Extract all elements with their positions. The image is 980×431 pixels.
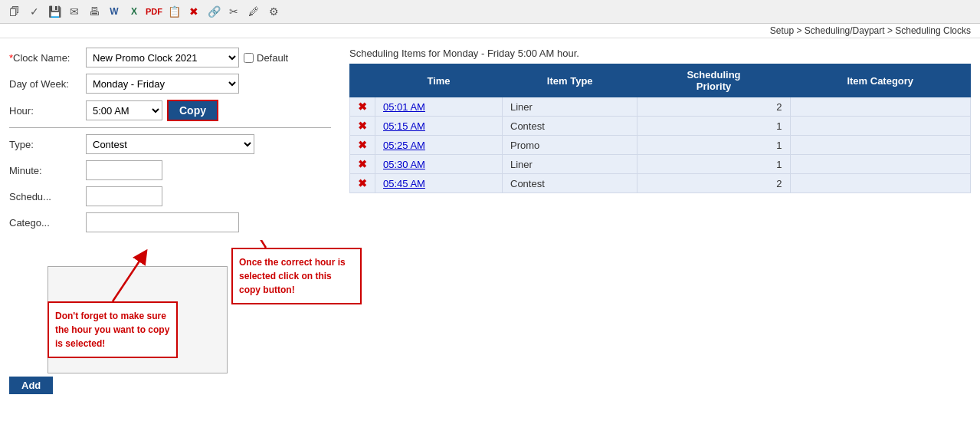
hour-label: Hour: — [9, 105, 86, 117]
table-row: ✖05:45 AMContest2 — [350, 174, 971, 193]
priority-cell: 2 — [637, 97, 790, 117]
print-icon[interactable]: 🖶 — [86, 3, 103, 20]
col-header-item-type: Item Type — [503, 64, 637, 97]
item-type-cell: Liner — [503, 97, 637, 117]
clock-name-label: *Clock Name: — [9, 52, 86, 64]
delete-row-button[interactable]: ✖ — [358, 139, 367, 151]
save-icon[interactable]: 💾 — [46, 3, 63, 20]
category-input[interactable] — [86, 212, 239, 232]
minute-input[interactable] — [86, 160, 162, 180]
clock-name-select[interactable]: New Promo Clock 2021 — [86, 48, 239, 67]
scheduling-priority-input[interactable] — [86, 186, 162, 206]
item-type-cell: Contest — [503, 174, 637, 193]
left-panel: *Clock Name: New Promo Clock 2021 Defaul… — [9, 48, 331, 393]
type-select[interactable]: Contest — [86, 134, 254, 154]
day-of-week-label: Day of Week: — [9, 78, 86, 90]
col-header-time: Time — [375, 64, 503, 97]
link-icon[interactable]: 🔗 — [205, 3, 222, 20]
priority-cell: 1 — [637, 155, 790, 174]
annotation-right: Once the correct hour is selected click … — [231, 248, 362, 304]
col-header-item-category: Item Category — [790, 64, 970, 97]
copy-doc-icon[interactable]: 📋 — [166, 3, 182, 20]
time-link[interactable]: 05:25 AM — [383, 140, 425, 151]
day-of-week-row: Day of Week: Monday - Friday — [9, 74, 331, 94]
category-cell — [790, 97, 970, 117]
annotation-left: Don't forget to make sure the hour you w… — [48, 301, 178, 358]
col-header-action — [350, 64, 375, 97]
day-of-week-select[interactable]: Monday - Friday — [86, 74, 239, 94]
default-checkbox[interactable] — [244, 53, 254, 63]
email-icon[interactable]: ✉ — [66, 3, 83, 20]
category-cell — [790, 117, 970, 136]
delete-icon[interactable]: ✖ — [185, 3, 202, 20]
table-row: ✖05:25 AMPromo1 — [350, 136, 971, 155]
type-row: Type: Contest — [9, 134, 331, 154]
time-link[interactable]: 05:15 AM — [383, 120, 425, 132]
save-check-icon[interactable]: ✓ — [26, 3, 43, 20]
delete-row-button[interactable]: ✖ — [358, 158, 367, 170]
main-content: *Clock Name: New Promo Clock 2021 Defaul… — [0, 38, 980, 403]
pdf-icon[interactable]: PDF — [146, 3, 162, 20]
divider — [9, 127, 331, 128]
table-row: ✖05:15 AMContest1 — [350, 117, 971, 136]
category-label: Catego... — [9, 217, 86, 229]
delete-row-button[interactable]: ✖ — [358, 177, 367, 189]
svg-line-2 — [247, 240, 266, 248]
minute-row: Minute: — [9, 160, 331, 180]
settings-icon[interactable]: ⚙ — [265, 3, 282, 20]
schedule-title: Scheduling Items for Monday - Friday 5:0… — [349, 48, 971, 59]
default-checkbox-label: Default — [244, 52, 288, 64]
schedule-table: Time Item Type SchedulingPriority Item C… — [349, 64, 971, 193]
word-icon[interactable]: W — [106, 3, 123, 20]
category-cell — [790, 174, 970, 193]
cut-icon[interactable]: ✂ — [225, 3, 242, 20]
item-type-cell: Liner — [503, 155, 637, 174]
breadcrumb: Setup > Scheduling/Daypart > Scheduling … — [0, 24, 980, 38]
category-cell — [790, 136, 970, 155]
new-icon[interactable]: 🗍 — [6, 3, 23, 20]
delete-row-button[interactable]: ✖ — [358, 100, 367, 113]
clock-name-row: *Clock Name: New Promo Clock 2021 Defaul… — [9, 48, 331, 67]
hour-select[interactable]: 5:00 AM — [86, 100, 162, 120]
priority-cell: 1 — [637, 117, 790, 136]
priority-cell: 2 — [637, 174, 790, 193]
minute-label: Minute: — [9, 165, 86, 176]
item-type-cell: Contest — [503, 117, 637, 136]
excel-icon[interactable]: X — [126, 3, 143, 20]
time-link[interactable]: 05:45 AM — [383, 178, 425, 189]
type-label: Type: — [9, 139, 86, 150]
add-button[interactable]: Add — [9, 377, 53, 394]
category-row: Catego... — [9, 212, 331, 232]
table-row: ✖05:01 AMLiner2 — [350, 97, 971, 117]
copy-button[interactable]: Copy — [167, 100, 218, 121]
scheduling-priority-row: Schedu... — [9, 186, 331, 206]
scheduling-priority-label: Schedu... — [9, 191, 86, 202]
time-link[interactable]: 05:01 AM — [383, 101, 425, 113]
edit-icon[interactable]: 🖉 — [245, 3, 262, 20]
time-link[interactable]: 05:30 AM — [383, 159, 425, 170]
col-header-scheduling-priority: SchedulingPriority — [637, 64, 790, 97]
priority-cell: 1 — [637, 136, 790, 155]
table-header-row: Time Item Type SchedulingPriority Item C… — [350, 64, 971, 97]
table-row: ✖05:30 AMLiner1 — [350, 155, 971, 174]
delete-row-button[interactable]: ✖ — [358, 120, 367, 132]
toolbar: 🗍 ✓ 💾 ✉ 🖶 W X PDF 📋 ✖ 🔗 ✂ 🖉 ⚙ — [0, 0, 980, 24]
item-type-cell: Promo — [503, 136, 637, 155]
right-panel: Scheduling Items for Monday - Friday 5:0… — [349, 48, 971, 393]
hour-row: Hour: 5:00 AM Copy — [9, 100, 331, 121]
category-cell — [790, 155, 970, 174]
